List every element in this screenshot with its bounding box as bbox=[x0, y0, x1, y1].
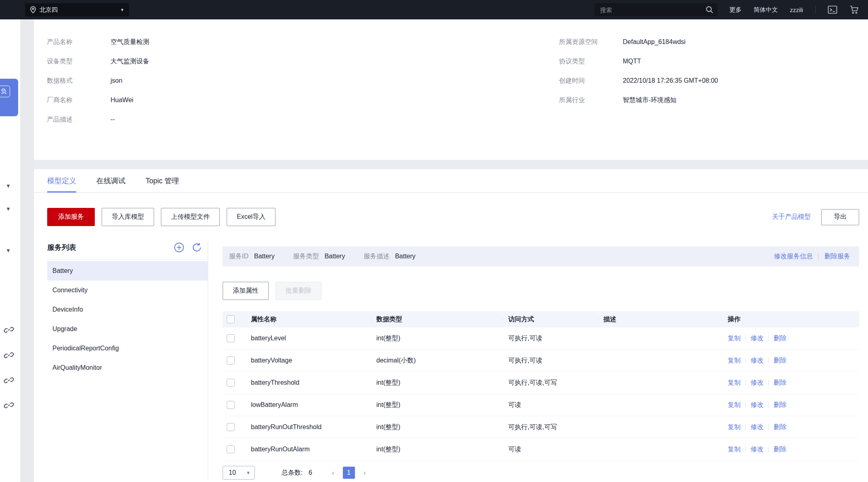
search-input[interactable] bbox=[595, 3, 718, 16]
property-name: batteryVoltage bbox=[241, 357, 376, 364]
modify-link[interactable]: 修改 bbox=[751, 379, 764, 387]
pager: ‹ 1 › bbox=[329, 467, 369, 479]
tab-online-debug[interactable]: 在线调试 bbox=[96, 176, 125, 192]
column-header-desc: 描述 bbox=[603, 315, 728, 324]
select-all-checkbox[interactable] bbox=[227, 315, 235, 323]
property-area: 服务ID Battery 服务类型 Battery 服务描述 Battery bbox=[208, 241, 868, 480]
property-access: 可执行,可读 bbox=[508, 356, 603, 365]
refresh-icon[interactable] bbox=[192, 242, 202, 253]
divider bbox=[745, 402, 746, 408]
cart-icon[interactable] bbox=[849, 5, 859, 14]
property-toolbar: 添加属性 批量删除 bbox=[223, 282, 859, 300]
divider bbox=[745, 335, 746, 341]
page: 北京四 ▼ 更多 简体中文 zzzili ▼ ▼ ▼ bbox=[0, 0, 868, 482]
export-button[interactable]: 导出 bbox=[821, 209, 859, 225]
delete-link[interactable]: 删除 bbox=[774, 356, 787, 365]
product-field: 产品描述 -- bbox=[47, 110, 559, 129]
tab-topic-management[interactable]: Topic 管理 bbox=[146, 176, 179, 192]
model-toolbar: 添加服务 导入库模型 上传模型文件 Excel导入 关于产品模型 导出 bbox=[47, 208, 859, 226]
region-selector[interactable]: 北京四 ▼ bbox=[25, 3, 129, 17]
copy-link[interactable]: 复制 bbox=[728, 356, 741, 365]
total-value: 6 bbox=[309, 469, 312, 476]
table-row: batteryRunOutThreshold int(整型) 可执行,可读,可写… bbox=[223, 416, 859, 438]
service-desc-field: 服务描述 Battery bbox=[363, 252, 415, 261]
delete-link[interactable]: 删除 bbox=[774, 423, 787, 432]
batch-delete-button[interactable]: 批量删除 bbox=[275, 282, 321, 300]
property-name: batteryThreshold bbox=[241, 379, 376, 386]
next-page-icon[interactable]: › bbox=[361, 469, 369, 477]
delete-service-link[interactable]: 删除服务 bbox=[824, 252, 850, 261]
row-checkbox[interactable] bbox=[227, 423, 235, 431]
add-service-button[interactable]: 添加服务 bbox=[47, 208, 95, 226]
row-checkbox[interactable] bbox=[227, 379, 235, 387]
modify-link[interactable]: 修改 bbox=[751, 401, 764, 409]
link-icon[interactable] bbox=[3, 375, 15, 388]
service-list-header: 服务列表 bbox=[47, 241, 208, 260]
delete-link[interactable]: 删除 bbox=[774, 401, 787, 409]
copy-link[interactable]: 复制 bbox=[728, 401, 741, 409]
row-checkbox[interactable] bbox=[227, 334, 235, 342]
service-item-battery[interactable]: Battery bbox=[47, 261, 208, 281]
link-icon[interactable] bbox=[3, 400, 15, 413]
divider bbox=[745, 380, 746, 386]
modify-link[interactable]: 修改 bbox=[751, 334, 764, 343]
field-value: 大气监测设备 bbox=[111, 57, 149, 66]
product-info-card: 产品名称 空气质量检测 设备类型 大气监测设备 数据格式 json 厂商名称 H… bbox=[33, 19, 868, 160]
modify-link[interactable]: 修改 bbox=[751, 423, 764, 432]
product-info-right: 所属资源空间 DefaultApp_6184wdsi 协议类型 MQTT 创建时… bbox=[559, 32, 718, 160]
field-label: 服务ID bbox=[229, 252, 248, 261]
service-item-periodicalreportconfig[interactable]: PeriodicalReportConfig bbox=[47, 339, 208, 358]
service-item-airqualitymonitor[interactable]: AirQualityMonitor bbox=[47, 358, 208, 377]
topbar-username-link[interactable]: zzzili bbox=[790, 6, 803, 13]
add-property-button[interactable]: 添加属性 bbox=[223, 282, 269, 300]
page-size-select[interactable]: 10 ▼ bbox=[223, 466, 255, 480]
console-icon[interactable] bbox=[828, 5, 837, 14]
product-field: 厂商名称 HuaWei bbox=[47, 90, 559, 110]
collapse-caret-icon[interactable]: ▼ bbox=[6, 247, 11, 254]
about-product-model-link[interactable]: 关于产品模型 bbox=[772, 213, 811, 221]
delete-link[interactable]: 删除 bbox=[774, 445, 787, 454]
search-icon[interactable] bbox=[705, 6, 714, 15]
current-page-button[interactable]: 1 bbox=[343, 467, 355, 479]
collapse-caret-icon[interactable]: ▼ bbox=[6, 183, 11, 189]
divider bbox=[768, 402, 769, 408]
topbar-more-link[interactable]: 更多 bbox=[730, 6, 742, 14]
property-access: 可读 bbox=[508, 401, 603, 409]
copy-link[interactable]: 复制 bbox=[728, 423, 741, 432]
modify-link[interactable]: 修改 bbox=[751, 445, 764, 454]
service-info-bar: 服务ID Battery 服务类型 Battery 服务描述 Battery bbox=[223, 246, 859, 266]
service-item-connectivity[interactable]: Connectivity bbox=[47, 281, 208, 300]
floating-badge[interactable]: 负 bbox=[0, 79, 18, 116]
property-type: int(整型) bbox=[376, 445, 508, 454]
modify-link[interactable]: 修改 bbox=[751, 356, 764, 365]
prev-page-icon[interactable]: ‹ bbox=[329, 469, 337, 477]
delete-link[interactable]: 删除 bbox=[774, 334, 787, 343]
modify-service-link[interactable]: 修改服务信息 bbox=[774, 252, 813, 261]
product-info-left: 产品名称 空气质量检测 设备类型 大气监测设备 数据格式 json 厂商名称 H… bbox=[47, 32, 559, 160]
copy-link[interactable]: 复制 bbox=[728, 334, 741, 343]
copy-link[interactable]: 复制 bbox=[728, 379, 741, 387]
table-header-row: 属性名称 数据类型 访问方式 描述 操作 bbox=[223, 311, 859, 327]
row-checkbox[interactable] bbox=[227, 356, 235, 365]
tab-model-definition[interactable]: 模型定义 bbox=[47, 176, 76, 192]
property-type: int(整型) bbox=[376, 334, 508, 343]
row-checkbox[interactable] bbox=[227, 445, 235, 453]
service-item-upgrade[interactable]: Upgrade bbox=[47, 319, 208, 339]
field-value: Battery bbox=[254, 253, 275, 260]
link-icon[interactable] bbox=[3, 350, 15, 363]
import-library-button[interactable]: 导入库模型 bbox=[102, 208, 154, 226]
excel-import-button[interactable]: Excel导入 bbox=[227, 208, 275, 226]
add-service-icon[interactable] bbox=[174, 242, 184, 253]
link-icon[interactable] bbox=[3, 324, 15, 337]
upload-model-button[interactable]: 上传模型文件 bbox=[161, 208, 220, 226]
topbar-language-link[interactable]: 简体中文 bbox=[754, 6, 778, 14]
service-item-deviceinfo[interactable]: DeviceInfo bbox=[47, 300, 208, 319]
property-name: batteryRunOutThreshold bbox=[241, 423, 376, 431]
row-checkbox[interactable] bbox=[227, 401, 235, 409]
collapse-caret-icon[interactable]: ▼ bbox=[6, 206, 11, 212]
delete-link[interactable]: 删除 bbox=[774, 379, 787, 387]
field-label: 所属行业 bbox=[559, 96, 623, 105]
copy-link[interactable]: 复制 bbox=[728, 445, 741, 454]
divider bbox=[768, 380, 769, 386]
model-columns: 服务列表 Battery Connectivity bbox=[34, 241, 868, 480]
